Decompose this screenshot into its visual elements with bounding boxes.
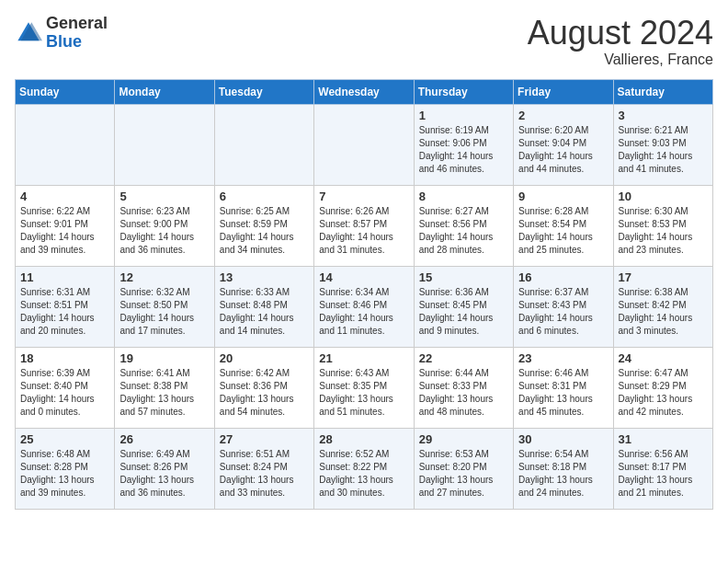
calendar-cell: 28Sunrise: 6:52 AM Sunset: 8:22 PM Dayli… [314,428,414,509]
calendar-header-row: SundayMondayTuesdayWednesdayThursdayFrid… [16,79,713,104]
calendar-week-row: 18Sunrise: 6:39 AM Sunset: 8:40 PM Dayli… [16,347,713,428]
day-number: 14 [319,270,408,284]
cell-info: Sunrise: 6:20 AM Sunset: 9:04 PM Dayligh… [518,124,608,176]
day-number: 7 [319,190,408,203]
cell-info: Sunrise: 6:19 AM Sunset: 9:06 PM Dayligh… [419,124,508,176]
calendar-cell: 13Sunrise: 6:33 AM Sunset: 8:48 PM Dayli… [214,266,313,347]
cell-info: Sunrise: 6:28 AM Sunset: 8:54 PM Dayligh… [518,205,608,257]
cell-info: Sunrise: 6:34 AM Sunset: 8:46 PM Dayligh… [319,286,408,338]
cell-info: Sunrise: 6:46 AM Sunset: 8:31 PM Dayligh… [518,367,608,419]
day-number: 15 [419,270,508,284]
logo-icon [15,19,42,47]
day-number: 16 [518,270,608,284]
calendar-cell: 7Sunrise: 6:26 AM Sunset: 8:57 PM Daylig… [314,185,414,266]
calendar-cell: 12Sunrise: 6:32 AM Sunset: 8:50 PM Dayli… [115,266,214,347]
cell-info: Sunrise: 6:48 AM Sunset: 8:28 PM Dayligh… [20,448,109,500]
cell-info: Sunrise: 6:21 AM Sunset: 9:03 PM Dayligh… [619,124,708,176]
calendar-cell: 3Sunrise: 6:21 AM Sunset: 9:03 PM Daylig… [613,104,712,185]
cell-info: Sunrise: 6:36 AM Sunset: 8:45 PM Dayligh… [419,286,508,338]
calendar-week-row: 4Sunrise: 6:22 AM Sunset: 9:01 PM Daylig… [16,185,713,266]
calendar-cell: 20Sunrise: 6:42 AM Sunset: 8:36 PM Dayli… [214,347,313,428]
logo: General Blue [15,15,108,52]
header-day-tuesday: Tuesday [214,79,313,104]
day-number: 8 [419,190,508,203]
header-day-sunday: Sunday [16,79,115,104]
calendar-week-row: 1Sunrise: 6:19 AM Sunset: 9:06 PM Daylig… [16,104,713,185]
cell-info: Sunrise: 6:38 AM Sunset: 8:42 PM Dayligh… [619,286,708,338]
day-number: 28 [319,432,408,446]
day-number: 31 [619,432,708,446]
calendar-cell: 6Sunrise: 6:25 AM Sunset: 8:59 PM Daylig… [214,185,313,266]
calendar-cell: 22Sunrise: 6:44 AM Sunset: 8:33 PM Dayli… [414,347,513,428]
day-number: 21 [319,351,408,365]
calendar-cell: 24Sunrise: 6:47 AM Sunset: 8:29 PM Dayli… [613,347,712,428]
calendar-week-row: 11Sunrise: 6:31 AM Sunset: 8:51 PM Dayli… [16,266,713,347]
location-subtitle: Vallieres, France [528,52,713,68]
calendar-cell: 4Sunrise: 6:22 AM Sunset: 9:01 PM Daylig… [16,185,115,266]
calendar-cell: 30Sunrise: 6:54 AM Sunset: 8:18 PM Dayli… [514,428,613,509]
calendar-cell: 10Sunrise: 6:30 AM Sunset: 8:53 PM Dayli… [613,185,712,266]
calendar-cell [16,104,115,185]
day-number: 29 [419,432,508,446]
calendar-cell [115,104,214,185]
calendar-cell: 9Sunrise: 6:28 AM Sunset: 8:54 PM Daylig… [514,185,613,266]
cell-info: Sunrise: 6:47 AM Sunset: 8:29 PM Dayligh… [619,367,708,419]
day-number: 5 [119,190,209,203]
cell-info: Sunrise: 6:26 AM Sunset: 8:57 PM Dayligh… [319,205,408,257]
cell-info: Sunrise: 6:33 AM Sunset: 8:48 PM Dayligh… [220,286,309,338]
cell-info: Sunrise: 6:25 AM Sunset: 8:59 PM Dayligh… [220,205,309,257]
cell-info: Sunrise: 6:23 AM Sunset: 9:00 PM Dayligh… [119,205,209,257]
day-number: 26 [119,432,209,446]
cell-info: Sunrise: 6:52 AM Sunset: 8:22 PM Dayligh… [319,448,408,500]
cell-info: Sunrise: 6:49 AM Sunset: 8:26 PM Dayligh… [119,448,209,500]
cell-info: Sunrise: 6:44 AM Sunset: 8:33 PM Dayligh… [419,367,508,419]
day-number: 1 [419,109,508,122]
header-day-wednesday: Wednesday [314,79,414,104]
day-number: 25 [20,432,109,446]
calendar-cell: 25Sunrise: 6:48 AM Sunset: 8:28 PM Dayli… [16,428,115,509]
logo-blue-text: Blue [46,32,82,51]
page-header: General Blue August 2024 Vallieres, Fran… [15,15,713,68]
calendar-cell: 16Sunrise: 6:37 AM Sunset: 8:43 PM Dayli… [514,266,613,347]
calendar-cell: 17Sunrise: 6:38 AM Sunset: 8:42 PM Dayli… [613,266,712,347]
cell-info: Sunrise: 6:56 AM Sunset: 8:17 PM Dayligh… [619,448,708,500]
month-year-title: August 2024 [528,15,713,52]
day-number: 27 [220,432,309,446]
header-day-saturday: Saturday [613,79,712,104]
cell-info: Sunrise: 6:51 AM Sunset: 8:24 PM Dayligh… [220,448,309,500]
day-number: 18 [20,351,109,365]
logo-general-text: General [46,14,108,32]
cell-info: Sunrise: 6:54 AM Sunset: 8:18 PM Dayligh… [518,448,608,500]
calendar-cell: 8Sunrise: 6:27 AM Sunset: 8:56 PM Daylig… [414,185,513,266]
cell-info: Sunrise: 6:53 AM Sunset: 8:20 PM Dayligh… [419,448,508,500]
title-block: August 2024 Vallieres, France [528,15,713,68]
calendar-body: 1Sunrise: 6:19 AM Sunset: 9:06 PM Daylig… [16,104,713,509]
calendar-cell: 19Sunrise: 6:41 AM Sunset: 8:38 PM Dayli… [115,347,214,428]
cell-info: Sunrise: 6:31 AM Sunset: 8:51 PM Dayligh… [20,286,109,338]
day-number: 22 [419,351,508,365]
day-number: 30 [518,432,608,446]
cell-info: Sunrise: 6:39 AM Sunset: 8:40 PM Dayligh… [20,367,109,419]
calendar-cell: 26Sunrise: 6:49 AM Sunset: 8:26 PM Dayli… [115,428,214,509]
calendar-cell: 2Sunrise: 6:20 AM Sunset: 9:04 PM Daylig… [514,104,613,185]
day-number: 17 [619,270,708,284]
calendar-week-row: 25Sunrise: 6:48 AM Sunset: 8:28 PM Dayli… [16,428,713,509]
calendar-table: SundayMondayTuesdayWednesdayThursdayFrid… [15,79,713,510]
day-number: 20 [220,351,309,365]
day-number: 11 [20,270,109,284]
calendar-cell: 5Sunrise: 6:23 AM Sunset: 9:00 PM Daylig… [115,185,214,266]
calendar-cell: 18Sunrise: 6:39 AM Sunset: 8:40 PM Dayli… [16,347,115,428]
day-number: 12 [119,270,209,284]
day-number: 2 [518,109,608,122]
cell-info: Sunrise: 6:37 AM Sunset: 8:43 PM Dayligh… [518,286,608,338]
day-number: 4 [20,190,109,203]
day-number: 24 [619,351,708,365]
header-day-friday: Friday [514,79,613,104]
calendar-cell: 11Sunrise: 6:31 AM Sunset: 8:51 PM Dayli… [16,266,115,347]
cell-info: Sunrise: 6:32 AM Sunset: 8:50 PM Dayligh… [119,286,209,338]
day-number: 19 [119,351,209,365]
cell-info: Sunrise: 6:42 AM Sunset: 8:36 PM Dayligh… [220,367,309,419]
day-number: 13 [220,270,309,284]
calendar-cell: 14Sunrise: 6:34 AM Sunset: 8:46 PM Dayli… [314,266,414,347]
calendar-cell: 1Sunrise: 6:19 AM Sunset: 9:06 PM Daylig… [414,104,513,185]
